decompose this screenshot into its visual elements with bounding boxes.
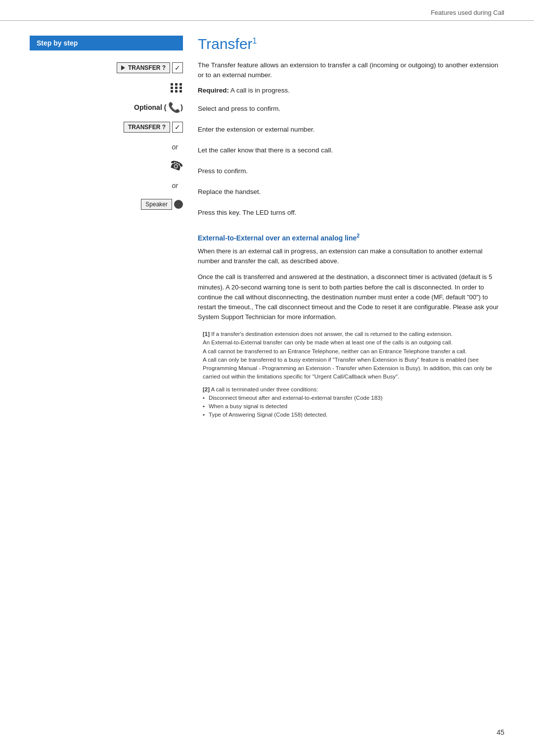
step-row-optional: Optional ( 📞 ) xyxy=(30,99,183,116)
instruction-row-1: Select and press to confirm. xyxy=(198,102,504,119)
footnote-2: [2] A call is terminated under three con… xyxy=(203,385,504,420)
footnote-bullet-2: When a busy signal is detected xyxy=(203,402,504,411)
page-title: Transfer1 xyxy=(198,36,504,52)
instruction-row-6: Press this key. The LED turns off. xyxy=(198,206,504,223)
left-column: Step by step TRANSFER ? ✓ Optional ( 📞 ) xyxy=(30,21,193,424)
play-icon xyxy=(121,65,125,70)
instruction-5: Replace the handset. xyxy=(198,185,261,197)
step-row-1: TRANSFER ? ✓ xyxy=(30,59,183,76)
instruction-6: Press this key. The LED turns off. xyxy=(198,206,297,218)
checkmark-2: ✓ xyxy=(172,122,183,133)
required-line: Required: A call is in progress. xyxy=(198,87,504,94)
optional-label: Optional ( xyxy=(134,103,166,111)
transfer-button-1[interactable]: TRANSFER ? xyxy=(117,62,170,73)
ext-section-heading: External-to-External over an external an… xyxy=(198,233,504,242)
page-header: Features used during Call xyxy=(0,0,534,21)
page-number: 45 xyxy=(496,728,504,736)
step-row-speaker: Speaker xyxy=(30,196,183,213)
transfer-button-2[interactable]: TRANSFER ? xyxy=(124,122,170,133)
instruction-1: Select and press to confirm. xyxy=(198,102,280,114)
footnote-bullet-3: Type of Answering Signal (Code 158) dete… xyxy=(203,411,504,419)
footnote-1: [1] If a transfer's destination extensio… xyxy=(203,330,504,381)
speaker-button[interactable]: Speaker xyxy=(141,199,172,210)
instruction-row-4: Press to confirm. xyxy=(198,164,504,181)
instruction-row-2: Enter the extension or external number. xyxy=(198,123,504,140)
step-row-keypad xyxy=(30,79,183,96)
or-row-2: or xyxy=(30,177,183,194)
instruction-4: Press to confirm. xyxy=(198,164,248,176)
instruction-2: Enter the extension or external number. xyxy=(198,123,314,135)
checkmark-1: ✓ xyxy=(172,62,183,73)
handset-icon: ☎ xyxy=(168,157,184,174)
ext-para-1: When there is an external call in progre… xyxy=(198,246,504,266)
ext-para-2: Once the call is transferred and answere… xyxy=(198,272,504,322)
instruction-row-3: Let the caller know that there is a seco… xyxy=(198,143,504,160)
instruction-3: Let the caller know that there is a seco… xyxy=(198,143,333,155)
right-column: Transfer1 The Transfer feature allows an… xyxy=(193,21,504,424)
step-row-2: TRANSFER ? ✓ xyxy=(30,119,183,136)
intro-text: The Transfer feature allows an extension… xyxy=(198,60,504,81)
header-text: Features used during Call xyxy=(431,9,504,16)
or-row-1: or xyxy=(30,139,183,155)
instruction-row-5: Replace the handset. xyxy=(198,185,504,202)
step-row-handset: ☎ xyxy=(30,157,183,174)
phone-icon: 📞 xyxy=(168,101,180,113)
footnotes: [1] If a transfer's destination extensio… xyxy=(198,330,504,420)
keypad-icon xyxy=(171,83,183,93)
footnote-bullet-1: Disconnect timeout after and external-to… xyxy=(203,394,504,402)
step-by-step-header: Step by step xyxy=(30,36,183,50)
speaker-led xyxy=(174,200,183,209)
